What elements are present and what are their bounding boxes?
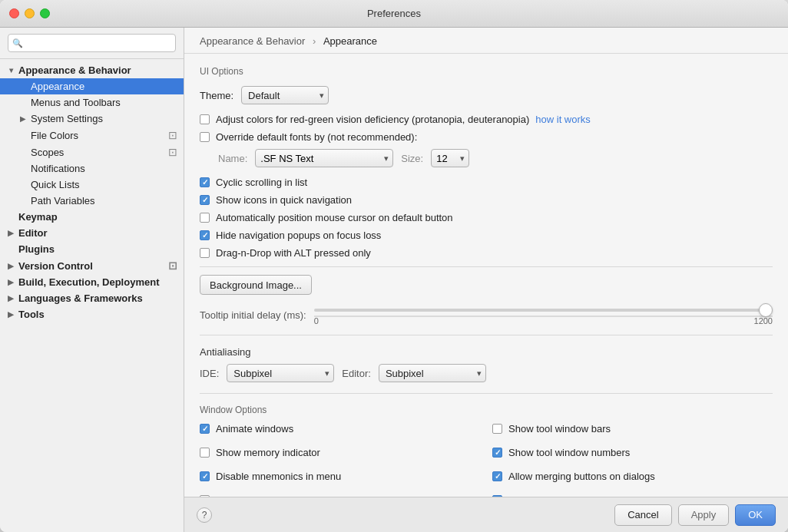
animate-windows-checkbox[interactable] (200, 424, 210, 434)
help-button[interactable]: ? (197, 507, 212, 523)
sidebar-item-file-colors[interactable]: File Colors ⊡ (0, 127, 184, 144)
sidebar-item-label: Plugins (18, 243, 55, 255)
arrow-icon (6, 213, 15, 222)
hide-navigation-checkbox[interactable] (200, 230, 210, 240)
ide-label: IDE: (200, 368, 219, 379)
sidebar-item-label: Notifications (31, 163, 85, 174)
file-colors-icon: ⊡ (168, 129, 177, 141)
sidebar-item-keymap[interactable]: Keymap (0, 209, 184, 225)
show-tool-numbers-checkbox[interactable] (492, 448, 502, 458)
arrow-icon: ▶ (6, 310, 15, 319)
theme-label: Theme: (200, 90, 233, 101)
show-tool-numbers-row: Show tool window numbers (492, 447, 773, 458)
show-icons-checkbox[interactable] (200, 195, 210, 205)
slider-thumb[interactable] (759, 303, 773, 317)
show-memory-label: Show memory indicator (216, 447, 320, 458)
name-label: Name: (218, 153, 247, 164)
ui-options-title: UI Options (200, 66, 773, 77)
window-options-title: Window Options (200, 405, 773, 415)
hide-navigation-label: Hide navigation popups on focus loss (216, 230, 381, 241)
name-input-wrapper (255, 149, 393, 167)
apply-button[interactable]: Apply (678, 504, 730, 526)
background-image-section: Background Image... (200, 275, 773, 295)
cancel-button[interactable]: Cancel (614, 504, 671, 526)
show-icons-row: Show icons in quick navigation (200, 194, 773, 206)
adjust-colors-checkbox[interactable] (200, 114, 210, 124)
override-fonts-label: Override default fonts by (not recommend… (216, 131, 417, 143)
theme-row: Theme: Default Darcula High Contrast (200, 86, 773, 104)
traffic-lights (9, 8, 50, 18)
right-panel: Appearance & Behavior › Appearance UI Op… (184, 28, 788, 532)
scopes-icon: ⊡ (168, 146, 177, 158)
preferences-window: Preferences 🔍 ▾ Appearance & Behavior Ap… (0, 0, 788, 532)
sidebar-item-scopes[interactable]: Scopes ⊡ (0, 144, 184, 160)
ide-select[interactable]: Subpixel Grayscale None (227, 364, 334, 382)
ok-button[interactable]: OK (735, 504, 776, 526)
sidebar-item-appearance[interactable]: Appearance (0, 78, 184, 94)
sidebar-item-label: System Settings (31, 113, 103, 124)
arrow-icon (18, 164, 28, 173)
minimize-button[interactable] (25, 8, 35, 18)
breadcrumb-separator: › (313, 35, 316, 47)
allow-merging-checkbox[interactable] (492, 471, 502, 481)
tooltip-label: Tooltip initial delay (ms): (200, 309, 306, 321)
auto-position-checkbox[interactable] (200, 213, 210, 223)
sidebar-item-path-variables[interactable]: Path Variables (0, 193, 184, 209)
size-input[interactable] (431, 149, 469, 167)
window-options-grid: Animate windows Show tool window bars Sh… (200, 423, 773, 497)
arrow-icon (18, 98, 28, 107)
window-options-section: Window Options Animate windows Show tool… (200, 405, 773, 497)
how-it-works-link[interactable]: how it works (535, 114, 591, 125)
arrow-icon (18, 131, 28, 140)
name-size-row: Name: Size: (218, 149, 773, 167)
name-input[interactable] (255, 149, 393, 167)
arrow-icon (18, 180, 28, 190)
sidebar-item-label: Build, Execution, Deployment (18, 276, 159, 288)
disable-mnemonics-menu-row: Disable mnemonics in menu (200, 471, 480, 482)
sidebar-item-appearance-behavior[interactable]: ▾ Appearance & Behavior (0, 62, 184, 78)
arrow-icon: ▶ (18, 114, 28, 124)
sidebar-tree: ▾ Appearance & Behavior Appearance Menus… (0, 59, 184, 532)
show-memory-row: Show memory indicator (200, 447, 480, 458)
sidebar-item-version-control[interactable]: ▶ Version Control ⊡ (0, 257, 184, 274)
disable-mnemonics-menu-checkbox[interactable] (200, 471, 210, 481)
sidebar-item-system-settings[interactable]: ▶ System Settings (0, 111, 184, 127)
theme-select-wrapper: Default Darcula High Contrast (241, 86, 329, 104)
sidebar-item-tools[interactable]: ▶ Tools (0, 306, 184, 322)
close-button[interactable] (9, 8, 19, 18)
divider-1 (200, 266, 773, 267)
sidebar-item-plugins[interactable]: Plugins (0, 241, 184, 257)
title-bar: Preferences (0, 0, 788, 28)
sidebar-item-label: Keymap (18, 211, 58, 223)
show-tool-bars-checkbox[interactable] (492, 424, 502, 434)
show-memory-checkbox[interactable] (200, 448, 210, 458)
search-bar: 🔍 (0, 28, 184, 59)
search-input[interactable] (8, 34, 176, 52)
override-fonts-checkbox[interactable] (200, 132, 210, 142)
sidebar-item-build-execution[interactable]: ▶ Build, Execution, Deployment (0, 274, 184, 290)
hide-navigation-row: Hide navigation popups on focus loss (200, 230, 773, 241)
sidebar-item-languages-frameworks[interactable]: ▶ Languages & Frameworks (0, 290, 184, 306)
cyclic-scrolling-checkbox[interactable] (200, 177, 210, 187)
sidebar: 🔍 ▾ Appearance & Behavior Appearance Men… (0, 28, 184, 532)
sidebar-item-editor[interactable]: ▶ Editor (0, 225, 184, 241)
drag-drop-checkbox[interactable] (200, 248, 210, 258)
drag-drop-label: Drag-n-Drop with ALT pressed only (216, 247, 371, 259)
slider-ticks (314, 315, 773, 318)
maximize-button[interactable] (40, 8, 50, 18)
antialiasing-row: IDE: Subpixel Grayscale None Editor: Sub (200, 364, 773, 382)
settings-content: UI Options Theme: Default Darcula High C… (184, 54, 788, 497)
size-label: Size: (401, 153, 423, 164)
theme-select[interactable]: Default Darcula High Contrast (241, 86, 329, 104)
sidebar-item-quick-lists[interactable]: Quick Lists (0, 177, 184, 193)
sidebar-item-menus-toolbars[interactable]: Menus and Toolbars (0, 94, 184, 111)
sidebar-item-label: Languages & Frameworks (18, 292, 143, 304)
editor-select[interactable]: Subpixel Grayscale None (379, 364, 486, 382)
divider-2 (200, 335, 773, 335)
background-image-button[interactable]: Background Image... (200, 275, 312, 295)
tooltip-row: Tooltip initial delay (ms): (200, 304, 773, 325)
adjust-colors-row: Adjust colors for red-green vision defic… (200, 114, 773, 125)
arrow-icon (18, 147, 28, 157)
sidebar-item-notifications[interactable]: Notifications (0, 160, 184, 177)
search-container: 🔍 (8, 34, 176, 52)
